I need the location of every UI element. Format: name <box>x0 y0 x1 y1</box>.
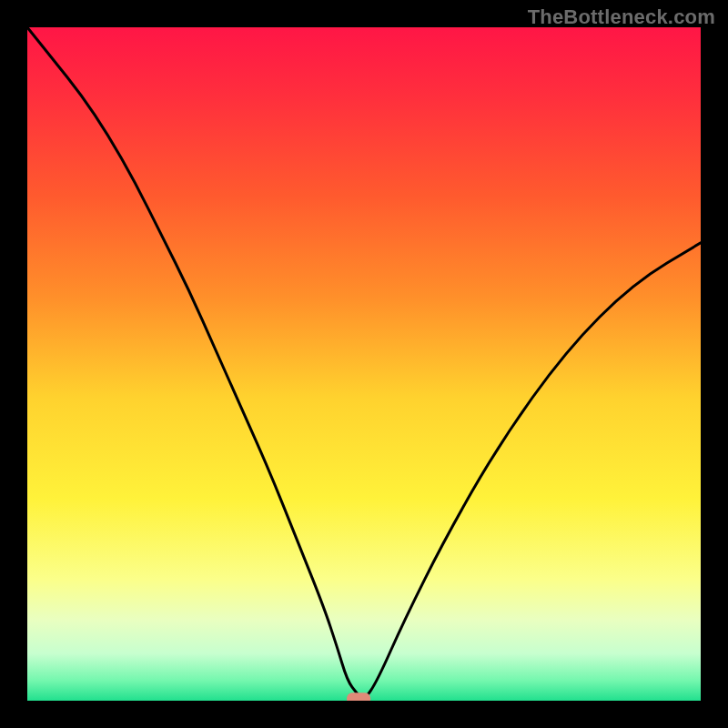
optimal-point-marker <box>347 693 370 701</box>
bottleneck-chart <box>27 27 701 701</box>
chart-background-gradient <box>27 27 701 701</box>
watermark-text: TheBottleneck.com <box>528 5 715 29</box>
chart-frame: TheBottleneck.com <box>0 0 728 728</box>
